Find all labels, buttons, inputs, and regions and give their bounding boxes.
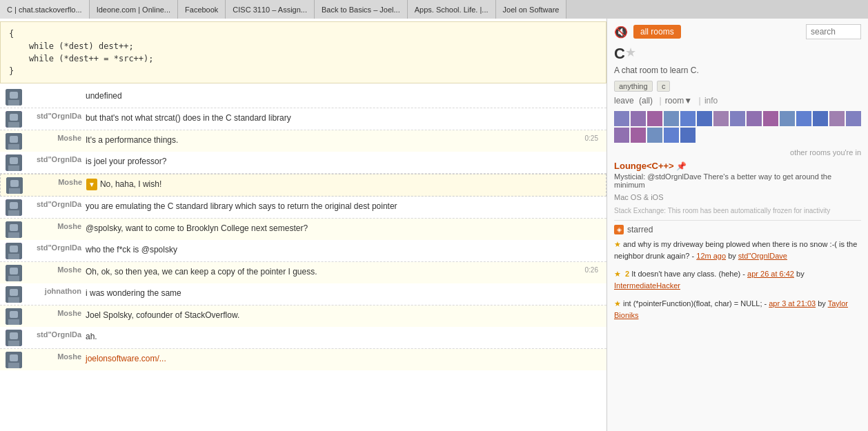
tab-5[interactable]: Apps. School. Life. |... bbox=[408, 0, 496, 19]
starred-text: int (*pointerFunction)(float, char) = NU… bbox=[623, 299, 762, 308]
svg-rect-25 bbox=[10, 268, 18, 274]
table-row: MosheIt's a performance things.0:25 bbox=[0, 130, 606, 152]
message-content: who the f*ck is @spolsky bbox=[86, 242, 601, 256]
svg-rect-34 bbox=[10, 332, 18, 339]
room-image-tile bbox=[680, 128, 696, 143]
all-rooms-button[interactable]: all rooms bbox=[633, 25, 681, 39]
room-link[interactable]: room▼ bbox=[665, 96, 692, 106]
username: Moshe bbox=[26, 308, 81, 317]
message-content: you are emulating the C standard library… bbox=[86, 199, 601, 212]
room-image-tile bbox=[614, 111, 629, 126]
star-gold-icon: ★ bbox=[614, 299, 621, 308]
message-content: joelonsoftware.com/... bbox=[86, 351, 601, 365]
table-row: Moshe@spolsky, want to come to Brooklyn … bbox=[0, 219, 606, 240]
svg-rect-10 bbox=[10, 157, 18, 164]
timestamp: 0:26 bbox=[585, 264, 601, 274]
tab-4[interactable]: Back to Basics – Joel... bbox=[315, 0, 408, 19]
message-content: Joel Spolsky, cofounder of StackOverflow… bbox=[86, 308, 601, 321]
starred-text: It doesn't have any class. (hehe) bbox=[631, 270, 740, 278]
star-count: 2 bbox=[623, 270, 629, 278]
room-image-tile bbox=[796, 111, 811, 126]
starred-user-link[interactable]: IntermediateHacker bbox=[614, 281, 680, 290]
username: Moshe bbox=[26, 351, 81, 361]
svg-rect-26 bbox=[8, 276, 19, 281]
room-image-tile bbox=[813, 111, 828, 126]
svg-rect-22 bbox=[10, 245, 18, 252]
avatar bbox=[6, 111, 22, 128]
message-content: It's a performance things. bbox=[86, 132, 585, 146]
tag-anything[interactable]: anything bbox=[614, 81, 653, 92]
table-row: Moshejoelonsoftware.com/... bbox=[0, 349, 606, 370]
username: Moshe bbox=[26, 264, 81, 274]
tab-2[interactable]: Facebook bbox=[178, 0, 226, 19]
avatar bbox=[6, 265, 22, 281]
list-item: ★int (*pointerFunction)(float, char) = N… bbox=[614, 298, 861, 321]
main-layout: { while (*dest) dest++; while (*dest++ =… bbox=[0, 19, 868, 431]
avatar bbox=[6, 286, 22, 303]
room-image-tile bbox=[747, 111, 762, 126]
star-room-button[interactable]: ★ bbox=[625, 45, 636, 60]
message-content: ah. bbox=[86, 329, 601, 343]
time-link[interactable]: apr 26 at 6:42 bbox=[747, 270, 794, 278]
tab-3[interactable]: CISC 3110 – Assign... bbox=[226, 0, 315, 19]
svg-rect-35 bbox=[8, 341, 19, 346]
star-gold-icon: ★ bbox=[614, 270, 621, 278]
message-content: undefined bbox=[86, 88, 601, 102]
tab-6[interactable]: Joel on Software bbox=[496, 0, 567, 19]
room-image-tile bbox=[780, 111, 795, 126]
sidebar: 🔇 all rooms C ★ A chat room to learn C. … bbox=[607, 19, 868, 431]
table-row: std"OrgnlDayou are emulating the C stand… bbox=[0, 197, 606, 218]
svg-rect-37 bbox=[10, 354, 18, 361]
info-link[interactable]: info bbox=[704, 96, 718, 106]
code-block: { while (*dest) dest++; while (*dest++ =… bbox=[0, 21, 606, 83]
messages-container: undefinedstd"OrgnlDabut that's not what … bbox=[0, 86, 606, 370]
table-row: MosheJoel Spolsky, cofounder of StackOve… bbox=[0, 305, 606, 327]
message-content: i was wondering the same bbox=[86, 285, 601, 299]
svg-rect-28 bbox=[10, 289, 18, 296]
svg-rect-1 bbox=[10, 92, 18, 99]
mac-os-room[interactable]: Mac OS & iOS bbox=[614, 193, 861, 201]
avatar bbox=[6, 243, 22, 259]
other-rooms-label: other rooms you're in bbox=[614, 148, 861, 157]
username: std"OrgnlDa bbox=[26, 199, 81, 208]
time-link[interactable]: apr 3 at 21:03 bbox=[769, 299, 816, 308]
table-row: undefined bbox=[0, 86, 606, 108]
feed-icon: ◈ bbox=[614, 225, 624, 234]
table-row: johnathoni was wondering the same bbox=[0, 283, 606, 305]
frozen-notice: Stack Exchange: This room has been autom… bbox=[614, 207, 861, 214]
table-row: std"OrgnlDaah. bbox=[0, 327, 606, 348]
chat-area: { while (*dest) dest++; while (*dest++ =… bbox=[0, 19, 607, 431]
message-link[interactable]: joelonsoftware.com/... bbox=[86, 354, 166, 363]
message-content: is joel your professor? bbox=[86, 154, 601, 168]
table-row: MosheOh, ok, so then yea, we can keep a … bbox=[0, 262, 606, 283]
leave-all-link[interactable]: (all) bbox=[639, 96, 653, 106]
room-image-tile bbox=[647, 111, 662, 126]
tab-0[interactable]: C | chat.stackoverflo... bbox=[0, 0, 90, 19]
tag-c[interactable]: c bbox=[657, 81, 671, 92]
avatar bbox=[6, 154, 22, 171]
table-row: std"OrgnlDais joel your professor? bbox=[0, 152, 606, 173]
username: std"OrgnlDa bbox=[26, 329, 81, 339]
avatar bbox=[6, 352, 22, 368]
list-item: ★ 2 It doesn't have any class. (hehe) - … bbox=[614, 268, 861, 291]
starred-section: ◈ starred ★and why is my driveway being … bbox=[614, 220, 861, 321]
starred-header: ◈ starred bbox=[614, 225, 861, 234]
room-image-tile bbox=[829, 111, 845, 126]
time-link[interactable]: 12m ago bbox=[696, 252, 726, 260]
lounge-preview: Mysticial: @stdOrgnlDave There's a bette… bbox=[614, 172, 861, 189]
search-input[interactable] bbox=[806, 24, 861, 39]
lounge-title[interactable]: Lounge<C++> bbox=[614, 161, 674, 171]
tab-1[interactable]: Ideone.com | Online... bbox=[90, 0, 178, 19]
starred-user-link[interactable]: std"OrgnlDave bbox=[738, 252, 787, 260]
starred-container: ★and why is my driveway being plowed whe… bbox=[614, 239, 861, 321]
lounge-pin-icon: 📌 bbox=[676, 161, 687, 171]
star-gold-icon: ★ bbox=[614, 240, 621, 248]
svg-rect-11 bbox=[8, 166, 19, 171]
svg-rect-5 bbox=[8, 122, 19, 128]
starred-text: and why is my driveway being plowed when… bbox=[614, 240, 857, 260]
svg-rect-8 bbox=[8, 144, 19, 150]
room-image-tile bbox=[664, 111, 679, 126]
username: std"OrgnlDa bbox=[26, 242, 81, 252]
room-image-tile bbox=[763, 111, 778, 126]
leave-link[interactable]: leave bbox=[614, 96, 634, 106]
